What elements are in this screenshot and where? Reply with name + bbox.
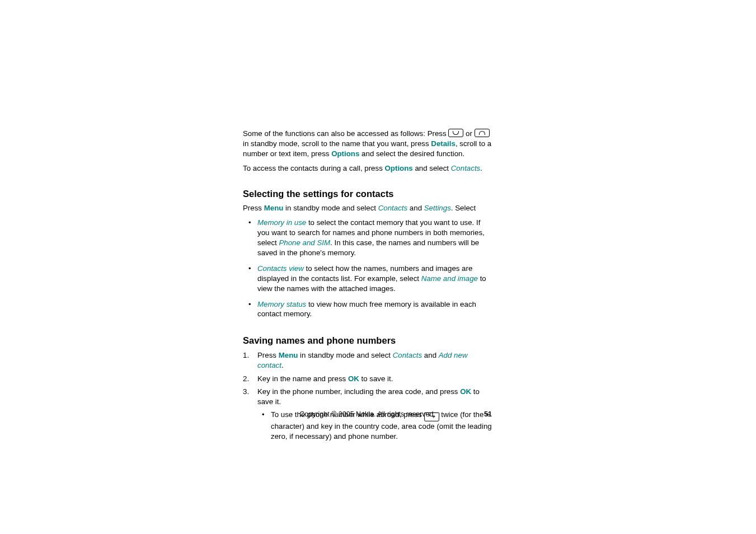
menu-label: Menu [264,204,284,212]
step-2: 2. Key in the name and press OK to save … [243,374,492,384]
page: Some of the functions can also be access… [0,0,756,534]
page-number: 51 [484,410,492,418]
ok-label: OK [460,387,471,396]
scroll-down-key-icon [448,129,463,137]
menu-label: Menu [279,351,298,359]
bullet-memory-status: Memory status to view how much free memo… [243,299,492,320]
bullet-contacts-view: Contacts view to select how the names, n… [243,264,492,294]
step-1: 1. Press Menu in standby mode and select… [243,350,492,371]
options-label: Options [331,149,359,158]
paragraph-access-during-call: To access the contacts during a call, pr… [243,163,492,174]
bullet-memory-in-use: Memory in use to select the contact memo… [243,218,492,258]
contacts-menu-item: Contacts [451,164,480,172]
saving-steps-list: 1. Press Menu in standby mode and select… [243,350,492,442]
ok-label: OK [348,374,359,383]
paragraph-access-functions: Some of the functions can also be access… [243,129,492,159]
settings-menu-item: Settings [424,204,451,212]
settings-bullet-list: Memory in use to select the contact memo… [243,218,492,319]
heading-saving-names: Saving names and phone numbers [243,325,492,346]
copyright-text: Copyright © 2005 Nokia. All rights reser… [243,410,492,418]
page-content: Some of the functions can also be access… [243,129,492,445]
details-label: Details [431,139,456,148]
paragraph-press-menu-settings: Press Menu in standby mode and select Co… [243,203,492,213]
scroll-up-key-icon [475,129,490,137]
page-footer: Copyright © 2005 Nokia. All rights reser… [243,410,492,418]
contacts-menu-item: Contacts [378,204,407,212]
heading-selecting-settings: Selecting the settings for contacts [243,178,492,200]
options-label: Options [385,164,413,172]
contacts-menu-item: Contacts [393,351,422,359]
